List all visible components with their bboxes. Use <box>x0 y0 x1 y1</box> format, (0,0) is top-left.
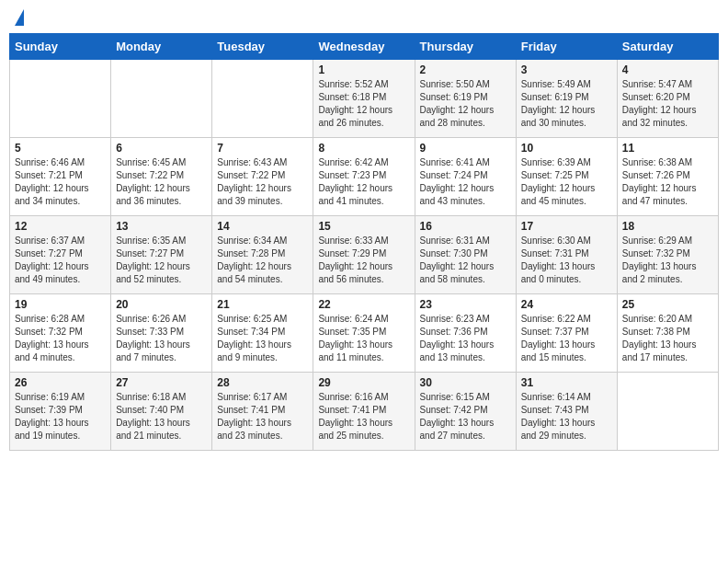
logo-triangle-icon <box>15 9 24 26</box>
calendar-cell: 18Sunrise: 6:29 AM Sunset: 7:32 PM Dayli… <box>617 216 718 294</box>
day-info: Sunrise: 6:43 AM Sunset: 7:22 PM Dayligh… <box>217 156 308 208</box>
day-number: 2 <box>420 63 511 76</box>
day-info: Sunrise: 6:24 AM Sunset: 7:35 PM Dayligh… <box>318 313 409 364</box>
day-number: 10 <box>521 142 612 155</box>
calendar-cell: 25Sunrise: 6:20 AM Sunset: 7:38 PM Dayli… <box>617 294 718 373</box>
day-number: 30 <box>420 376 511 389</box>
day-number: 8 <box>318 142 409 155</box>
day-number: 29 <box>318 376 409 389</box>
day-info: Sunrise: 5:50 AM Sunset: 6:19 PM Dayligh… <box>420 78 511 130</box>
calendar-cell: 24Sunrise: 6:22 AM Sunset: 7:37 PM Dayli… <box>516 294 617 373</box>
calendar-cell: 21Sunrise: 6:25 AM Sunset: 7:34 PM Dayli… <box>212 294 313 373</box>
day-number: 28 <box>217 376 308 389</box>
calendar-cell: 6Sunrise: 6:45 AM Sunset: 7:22 PM Daylig… <box>111 138 212 216</box>
weekday-header: Monday <box>111 34 212 60</box>
day-info: Sunrise: 6:17 AM Sunset: 7:41 PM Dayligh… <box>217 391 308 442</box>
day-info: Sunrise: 6:16 AM Sunset: 7:41 PM Dayligh… <box>318 391 409 442</box>
day-number: 22 <box>318 298 409 311</box>
calendar-cell: 26Sunrise: 6:19 AM Sunset: 7:39 PM Dayli… <box>10 373 111 451</box>
calendar-cell: 27Sunrise: 6:18 AM Sunset: 7:40 PM Dayli… <box>111 373 212 451</box>
day-number: 1 <box>318 63 409 76</box>
calendar-cell <box>212 60 313 138</box>
calendar-cell: 16Sunrise: 6:31 AM Sunset: 7:30 PM Dayli… <box>415 216 516 294</box>
calendar-cell: 2Sunrise: 5:50 AM Sunset: 6:19 PM Daylig… <box>415 60 516 138</box>
day-number: 25 <box>622 298 713 311</box>
weekday-header: Sunday <box>10 34 111 60</box>
calendar-cell: 13Sunrise: 6:35 AM Sunset: 7:27 PM Dayli… <box>111 216 212 294</box>
day-number: 20 <box>116 298 207 311</box>
calendar-cell: 4Sunrise: 5:47 AM Sunset: 6:20 PM Daylig… <box>617 60 718 138</box>
calendar-cell: 10Sunrise: 6:39 AM Sunset: 7:25 PM Dayli… <box>516 138 617 216</box>
day-info: Sunrise: 6:14 AM Sunset: 7:43 PM Dayligh… <box>521 391 612 442</box>
calendar-cell: 23Sunrise: 6:23 AM Sunset: 7:36 PM Dayli… <box>415 294 516 373</box>
day-number: 6 <box>116 142 207 155</box>
day-info: Sunrise: 6:45 AM Sunset: 7:22 PM Dayligh… <box>116 156 207 208</box>
calendar-cell: 31Sunrise: 6:14 AM Sunset: 7:43 PM Dayli… <box>516 373 617 451</box>
day-number: 24 <box>521 298 612 311</box>
day-info: Sunrise: 6:33 AM Sunset: 7:29 PM Dayligh… <box>318 235 409 286</box>
calendar-cell: 12Sunrise: 6:37 AM Sunset: 7:27 PM Dayli… <box>10 216 111 294</box>
day-number: 3 <box>521 63 612 76</box>
calendar-cell: 8Sunrise: 6:42 AM Sunset: 7:23 PM Daylig… <box>313 138 415 216</box>
day-number: 14 <box>217 220 308 233</box>
day-number: 7 <box>217 142 308 155</box>
day-number: 26 <box>15 376 106 389</box>
calendar-cell: 30Sunrise: 6:15 AM Sunset: 7:42 PM Dayli… <box>415 373 516 451</box>
day-info: Sunrise: 6:19 AM Sunset: 7:39 PM Dayligh… <box>15 391 106 442</box>
day-info: Sunrise: 6:29 AM Sunset: 7:32 PM Dayligh… <box>622 235 713 286</box>
day-number: 4 <box>622 63 713 76</box>
day-number: 21 <box>217 298 308 311</box>
day-number: 18 <box>622 220 713 233</box>
day-info: Sunrise: 6:38 AM Sunset: 7:26 PM Dayligh… <box>622 156 713 208</box>
calendar-cell <box>617 373 718 451</box>
day-number: 17 <box>521 220 612 233</box>
day-number: 13 <box>116 220 207 233</box>
day-info: Sunrise: 6:23 AM Sunset: 7:36 PM Dayligh… <box>420 313 511 364</box>
calendar-cell: 11Sunrise: 6:38 AM Sunset: 7:26 PM Dayli… <box>617 138 718 216</box>
calendar-table: SundayMondayTuesdayWednesdayThursdayFrid… <box>9 33 719 451</box>
day-number: 12 <box>15 220 106 233</box>
day-number: 23 <box>420 298 511 311</box>
calendar-cell: 20Sunrise: 6:26 AM Sunset: 7:33 PM Dayli… <box>111 294 212 373</box>
calendar-cell: 15Sunrise: 6:33 AM Sunset: 7:29 PM Dayli… <box>313 216 415 294</box>
day-number: 27 <box>116 376 207 389</box>
day-info: Sunrise: 6:18 AM Sunset: 7:40 PM Dayligh… <box>116 391 207 442</box>
calendar-cell: 17Sunrise: 6:30 AM Sunset: 7:31 PM Dayli… <box>516 216 617 294</box>
day-info: Sunrise: 5:49 AM Sunset: 6:19 PM Dayligh… <box>521 78 612 130</box>
day-info: Sunrise: 6:22 AM Sunset: 7:37 PM Dayligh… <box>521 313 612 364</box>
day-info: Sunrise: 6:34 AM Sunset: 7:28 PM Dayligh… <box>217 235 308 286</box>
day-info: Sunrise: 6:39 AM Sunset: 7:25 PM Dayligh… <box>521 156 612 208</box>
day-info: Sunrise: 6:30 AM Sunset: 7:31 PM Dayligh… <box>521 235 612 286</box>
day-number: 5 <box>15 142 106 155</box>
weekday-header: Tuesday <box>212 34 313 60</box>
calendar-cell: 3Sunrise: 5:49 AM Sunset: 6:19 PM Daylig… <box>516 60 617 138</box>
calendar-cell: 22Sunrise: 6:24 AM Sunset: 7:35 PM Dayli… <box>313 294 415 373</box>
calendar-cell: 9Sunrise: 6:41 AM Sunset: 7:24 PM Daylig… <box>415 138 516 216</box>
day-info: Sunrise: 5:52 AM Sunset: 6:18 PM Dayligh… <box>318 78 409 130</box>
calendar-cell: 14Sunrise: 6:34 AM Sunset: 7:28 PM Dayli… <box>212 216 313 294</box>
day-info: Sunrise: 6:35 AM Sunset: 7:27 PM Dayligh… <box>116 235 207 286</box>
calendar-cell: 28Sunrise: 6:17 AM Sunset: 7:41 PM Dayli… <box>212 373 313 451</box>
calendar-cell: 1Sunrise: 5:52 AM Sunset: 6:18 PM Daylig… <box>313 60 415 138</box>
day-number: 31 <box>521 376 612 389</box>
day-info: Sunrise: 6:42 AM Sunset: 7:23 PM Dayligh… <box>318 156 409 208</box>
day-info: Sunrise: 6:31 AM Sunset: 7:30 PM Dayligh… <box>420 235 511 286</box>
calendar-cell: 7Sunrise: 6:43 AM Sunset: 7:22 PM Daylig… <box>212 138 313 216</box>
page-header <box>9 9 719 26</box>
weekday-header: Thursday <box>415 34 516 60</box>
day-number: 11 <box>622 142 713 155</box>
calendar-cell <box>10 60 111 138</box>
day-info: Sunrise: 6:41 AM Sunset: 7:24 PM Dayligh… <box>420 156 511 208</box>
day-number: 9 <box>420 142 511 155</box>
day-number: 19 <box>15 298 106 311</box>
day-info: Sunrise: 6:46 AM Sunset: 7:21 PM Dayligh… <box>15 156 106 208</box>
calendar-cell: 29Sunrise: 6:16 AM Sunset: 7:41 PM Dayli… <box>313 373 415 451</box>
calendar-cell: 5Sunrise: 6:46 AM Sunset: 7:21 PM Daylig… <box>10 138 111 216</box>
weekday-header: Saturday <box>617 34 718 60</box>
day-info: Sunrise: 6:15 AM Sunset: 7:42 PM Dayligh… <box>420 391 511 442</box>
calendar-cell <box>111 60 212 138</box>
day-info: Sunrise: 6:25 AM Sunset: 7:34 PM Dayligh… <box>217 313 308 364</box>
day-info: Sunrise: 6:28 AM Sunset: 7:32 PM Dayligh… <box>15 313 106 364</box>
day-number: 16 <box>420 220 511 233</box>
weekday-header: Wednesday <box>313 34 415 60</box>
